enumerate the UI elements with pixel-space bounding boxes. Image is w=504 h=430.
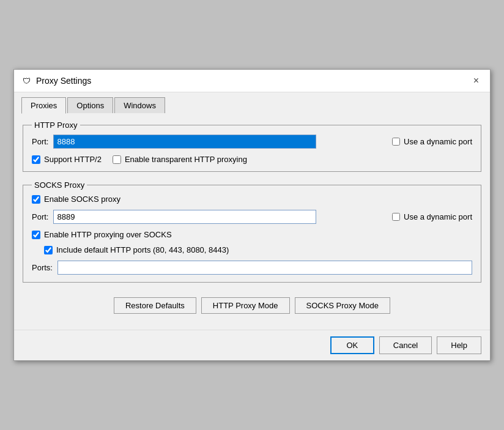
socks-port-row: Port: Use a dynamic port xyxy=(32,210,472,224)
http-dynamic-port-label: Use a dynamic port xyxy=(404,137,472,146)
http-options-row: Support HTTP/2 Enable transparent HTTP p… xyxy=(32,155,472,164)
support-http2-label: Support HTTP/2 xyxy=(44,155,102,164)
include-default-ports-row: Include default HTTP ports (80, 443, 808… xyxy=(44,245,472,254)
tab-proxies[interactable]: Proxies xyxy=(21,97,66,114)
help-button[interactable]: Help xyxy=(437,336,481,354)
http-proxy-legend: HTTP Proxy xyxy=(32,120,80,130)
socks-port-label: Port: xyxy=(32,212,48,221)
enable-socks-group: Enable SOCKS proxy xyxy=(32,195,120,204)
enable-socks-label: Enable SOCKS proxy xyxy=(44,195,120,204)
http-port-label: Port: xyxy=(32,137,48,146)
http-dynamic-port-checkbox[interactable] xyxy=(392,138,400,146)
http-port-input[interactable] xyxy=(53,135,316,149)
socks-dynamic-port-label: Use a dynamic port xyxy=(404,212,472,221)
http-proxy-mode-button[interactable]: HTTP Proxy Mode xyxy=(201,297,290,314)
include-default-ports-checkbox[interactable] xyxy=(44,246,53,254)
socks-port-input[interactable] xyxy=(53,210,316,224)
tabs-bar: Proxies Options Windows xyxy=(14,92,490,113)
include-default-ports-group: Include default HTTP ports (80, 443, 808… xyxy=(44,245,229,254)
dialog-title: Proxy Settings xyxy=(36,76,91,86)
action-buttons: OK Cancel Help xyxy=(14,330,490,360)
bottom-buttons: Restore Defaults HTTP Proxy Mode SOCKS P… xyxy=(23,291,481,322)
support-http2-group: Support HTTP/2 xyxy=(32,155,102,164)
socks-proxy-legend: SOCKS Proxy xyxy=(32,180,87,190)
enable-transparent-label: Enable transparent HTTP proxying xyxy=(125,155,247,164)
socks-proxy-mode-button[interactable]: SOCKS Proxy Mode xyxy=(295,297,391,314)
enable-http-over-socks-group: Enable HTTP proxying over SOCKS xyxy=(32,230,172,239)
include-default-ports-label: Include default HTTP ports (80, 443, 808… xyxy=(56,245,229,254)
socks-ports-input[interactable] xyxy=(57,261,472,275)
enable-http-over-socks-row: Enable HTTP proxying over SOCKS xyxy=(32,230,472,239)
cancel-button[interactable]: Cancel xyxy=(379,336,432,354)
tab-windows[interactable]: Windows xyxy=(114,97,165,113)
socks-dynamic-port-group: Use a dynamic port xyxy=(392,212,472,221)
tab-content: HTTP Proxy Port: Use a dynamic port Supp… xyxy=(14,113,490,330)
socks-ports-label: Ports: xyxy=(32,263,53,272)
title-bar: 🛡 Proxy Settings × xyxy=(14,70,490,92)
enable-socks-checkbox[interactable] xyxy=(32,195,40,204)
http-port-row: Port: Use a dynamic port xyxy=(32,135,472,149)
enable-transparent-checkbox[interactable] xyxy=(113,155,121,164)
support-http2-checkbox[interactable] xyxy=(32,155,40,164)
dialog-icon: 🛡 xyxy=(21,76,31,86)
close-button[interactable]: × xyxy=(470,75,483,87)
enable-http-over-socks-checkbox[interactable] xyxy=(32,231,40,239)
socks-ports-row: Ports: xyxy=(32,261,472,275)
enable-http-over-socks-label: Enable HTTP proxying over SOCKS xyxy=(44,230,172,239)
enable-transparent-group: Enable transparent HTTP proxying xyxy=(113,155,247,164)
proxy-settings-dialog: 🛡 Proxy Settings × Proxies Options Windo… xyxy=(13,69,491,361)
http-proxy-group: HTTP Proxy Port: Use a dynamic port Supp… xyxy=(23,120,481,172)
title-bar-left: 🛡 Proxy Settings xyxy=(21,76,91,86)
socks-proxy-group: SOCKS Proxy Enable SOCKS proxy Port: Use… xyxy=(23,180,481,283)
tab-options[interactable]: Options xyxy=(67,97,113,113)
http-dynamic-port-group: Use a dynamic port xyxy=(392,137,472,146)
enable-socks-row: Enable SOCKS proxy xyxy=(32,195,472,204)
ok-button[interactable]: OK xyxy=(330,336,374,354)
socks-dynamic-port-checkbox[interactable] xyxy=(392,213,400,221)
restore-defaults-button[interactable]: Restore Defaults xyxy=(114,297,196,314)
